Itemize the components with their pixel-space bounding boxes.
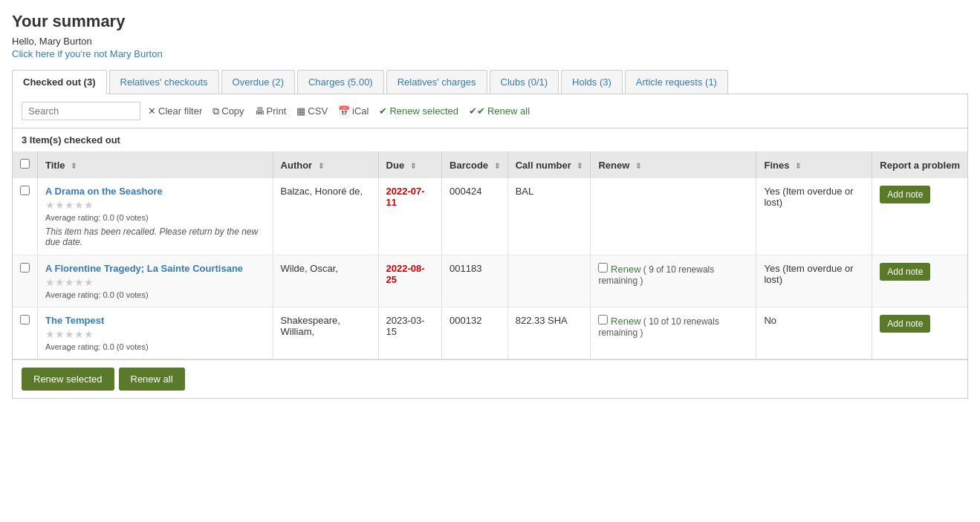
tab-charges[interactable]: Charges (5.00) xyxy=(297,70,384,94)
table-header-row: Title ⇕ Author ⇕ Due ⇕ Barcode ⇕ Call nu… xyxy=(13,151,967,178)
item-report-cell: Add note xyxy=(872,178,967,255)
greeting: Hello, Mary Burton xyxy=(12,36,968,47)
col-title: Title ⇕ xyxy=(38,151,273,178)
item-fines-cell: No xyxy=(756,307,872,359)
clear-filter-label: Clear filter xyxy=(158,105,202,117)
renew-checkbox[interactable] xyxy=(598,315,608,324)
table-row: A Florentine Tragedy; La Sainte Courtisa… xyxy=(13,255,967,307)
not-user-link[interactable]: Click here if you're not Mary Burton xyxy=(12,48,163,59)
print-button[interactable]: 🖶 Print xyxy=(252,104,290,118)
renew-checkbox[interactable] xyxy=(598,263,608,273)
item-title-cell: A Florentine Tragedy; La Sainte Courtisa… xyxy=(38,255,273,307)
items-count: 3 Item(s) checked out xyxy=(12,128,968,151)
item-stars: ★★★★★ xyxy=(45,328,265,340)
item-title-link[interactable]: A Drama on the Seashore xyxy=(45,186,163,197)
item-due-cell: 2022-07-11 xyxy=(378,178,441,255)
add-note-button[interactable]: Add note xyxy=(880,263,930,281)
tab-checked-out[interactable]: Checked out (3) xyxy=(12,70,107,94)
ical-button[interactable]: 📅 iCal xyxy=(335,104,371,118)
tabs-row: Checked out (3)Relatives' checkoutsOverd… xyxy=(12,70,968,94)
print-icon: 🖶 xyxy=(255,105,265,117)
tab-article-requests[interactable]: Article requests (1) xyxy=(625,70,728,94)
renew-link[interactable]: Renew xyxy=(608,264,640,275)
item-barcode-cell: 000132 xyxy=(442,307,508,359)
select-all-col[interactable] xyxy=(13,151,38,178)
copy-icon: ⧉ xyxy=(212,105,219,117)
renew-selected-label-top: Renew selected xyxy=(389,105,458,117)
item-callnum-cell: BAL xyxy=(507,178,591,255)
print-label: Print xyxy=(267,105,287,117)
fines-sort-arrows[interactable]: ⇕ xyxy=(795,162,801,170)
row-checkbox-cell[interactable] xyxy=(13,307,38,359)
renew-all-button-top[interactable]: ✔✔ Renew all xyxy=(466,104,533,118)
ical-label: iCal xyxy=(352,105,369,117)
row-checkbox-cell[interactable] xyxy=(13,255,38,307)
ical-icon: 📅 xyxy=(338,105,350,117)
item-report-cell: Add note xyxy=(872,307,967,359)
item-stars: ★★★★★ xyxy=(45,276,265,288)
author-sort-arrows[interactable]: ⇕ xyxy=(318,162,324,170)
toolbar: ✕ Clear filter ⧉ Copy 🖶 Print ▦ CSV 📅 iC… xyxy=(12,94,968,128)
tab-relatives-charges[interactable]: Relatives' charges xyxy=(386,70,487,94)
item-title-link[interactable]: A Florentine Tragedy; La Sainte Courtisa… xyxy=(45,263,243,274)
item-rating: Average rating: 0.0 (0 votes) xyxy=(45,213,265,222)
add-note-button[interactable]: Add note xyxy=(880,315,930,333)
item-due-cell: 2022-08-25 xyxy=(378,255,441,307)
tab-overdue[interactable]: Overdue (2) xyxy=(221,70,295,94)
col-fines: Fines ⇕ xyxy=(756,151,872,178)
item-stars: ★★★★★ xyxy=(45,199,265,211)
item-author-cell: Wilde, Oscar, xyxy=(273,255,378,307)
due-sort-arrows[interactable]: ⇕ xyxy=(410,162,416,170)
add-note-button[interactable]: Add note xyxy=(880,186,930,203)
item-renew-cell: Renew ( 10 of 10 renewals remaining ) xyxy=(591,307,756,359)
item-fines-cell: Yes (Item overdue or lost) xyxy=(756,255,872,307)
clear-filter-button[interactable]: ✕ Clear filter xyxy=(145,104,205,118)
item-title-cell: The Tempest★★★★★Average rating: 0.0 (0 v… xyxy=(38,307,273,359)
table-row: A Drama on the Seashore★★★★★Average rati… xyxy=(13,178,967,255)
copy-label: Copy xyxy=(221,105,244,117)
tab-relatives-checkouts[interactable]: Relatives' checkouts xyxy=(109,70,219,94)
copy-button[interactable]: ⧉ Copy xyxy=(210,104,247,119)
row-checkbox[interactable] xyxy=(20,263,30,273)
item-author-cell: Shakespeare, William, xyxy=(273,307,378,359)
tab-clubs[interactable]: Clubs (0/1) xyxy=(490,70,559,94)
item-renew-cell xyxy=(591,178,756,255)
item-fines-cell: Yes (Item overdue or lost) xyxy=(756,178,872,255)
search-input[interactable] xyxy=(22,102,140,120)
csv-button[interactable]: ▦ CSV xyxy=(293,104,331,118)
item-due-date: 2022-07-11 xyxy=(386,186,425,208)
row-checkbox[interactable] xyxy=(20,186,30,195)
renew-link[interactable]: Renew xyxy=(608,316,640,327)
barcode-sort-arrows[interactable]: ⇕ xyxy=(494,162,500,170)
tab-holds[interactable]: Holds (3) xyxy=(561,70,623,94)
title-sort-arrows[interactable]: ⇕ xyxy=(71,162,77,170)
renew-sort-arrows[interactable]: ⇕ xyxy=(635,162,641,170)
x-icon: ✕ xyxy=(148,105,156,117)
col-callnum: Call number ⇕ xyxy=(507,151,591,178)
item-barcode-cell: 000424 xyxy=(442,178,508,255)
select-all-checkbox[interactable] xyxy=(20,159,30,169)
callnum-sort-arrows[interactable]: ⇕ xyxy=(577,162,583,170)
col-author: Author ⇕ xyxy=(273,151,378,178)
col-barcode: Barcode ⇕ xyxy=(442,151,508,178)
col-renew: Renew ⇕ xyxy=(591,151,756,178)
renew-all-button-bottom[interactable]: Renew all xyxy=(119,368,185,391)
csv-icon: ▦ xyxy=(296,105,305,117)
table-row: The Tempest★★★★★Average rating: 0.0 (0 v… xyxy=(13,307,967,359)
item-due-cell: 2023-03-15 xyxy=(378,307,441,359)
renew-selected-button-top[interactable]: ✔ Renew selected xyxy=(376,104,461,118)
page-title: Your summary xyxy=(12,12,968,31)
item-title-link[interactable]: The Tempest xyxy=(45,315,104,326)
item-author-cell: Balzac, Honoré de, xyxy=(273,178,378,255)
table-container: Title ⇕ Author ⇕ Due ⇕ Barcode ⇕ Call nu… xyxy=(12,151,968,360)
csv-label: CSV xyxy=(308,105,328,117)
renew-selected-button-bottom[interactable]: Renew selected xyxy=(22,368,114,391)
double-checkmark-icon: ✔✔ xyxy=(469,105,485,117)
item-barcode-cell: 001183 xyxy=(442,255,508,307)
item-rating: Average rating: 0.0 (0 votes) xyxy=(45,290,265,299)
item-due-date: 2023-03-15 xyxy=(386,315,425,337)
row-checkbox-cell[interactable] xyxy=(13,178,38,255)
bottom-bar: Renew selected Renew all xyxy=(12,360,968,399)
row-checkbox[interactable] xyxy=(20,315,30,324)
col-due: Due ⇕ xyxy=(378,151,441,178)
